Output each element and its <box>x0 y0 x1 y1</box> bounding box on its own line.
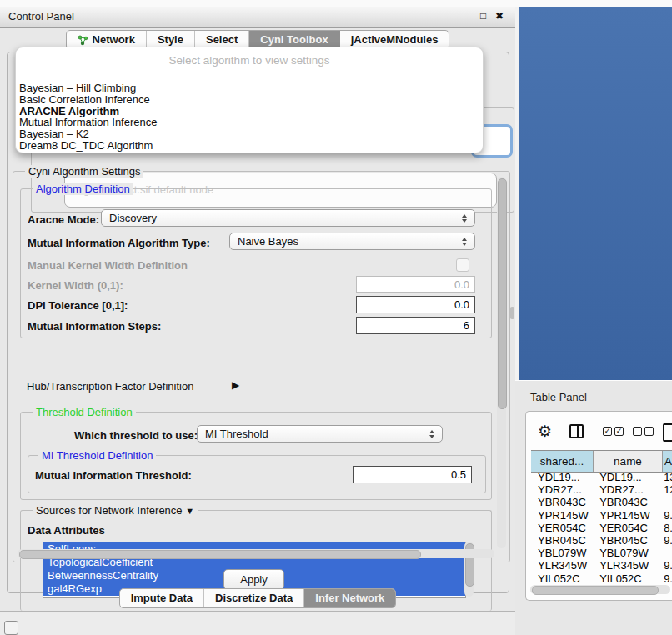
table-row[interactable]: YDR27...YDR27...12 <box>531 483 672 496</box>
cyni-algorithm-settings-group: Cyni Algorithm Settings Algorithm Defini… <box>13 171 510 562</box>
table-cell[interactable]: 12 <box>661 483 672 496</box>
column-header-name[interactable]: name <box>594 451 663 472</box>
tab-discretize-data[interactable]: Discretize Data <box>204 589 304 608</box>
kernel-width-field[interactable]: 0.0 <box>356 276 475 292</box>
table-header: shared... name A <box>531 450 672 472</box>
mi-threshold-title: MI Threshold Definition <box>38 449 156 462</box>
table-cell[interactable] <box>661 547 672 559</box>
table-cell[interactable]: 9. <box>661 509 672 522</box>
settings-horizontal-thumb[interactable] <box>19 550 421 559</box>
which-threshold-combo[interactable]: MI Threshold <box>197 425 443 442</box>
apply-button-label: Apply <box>240 573 268 586</box>
threshold-definition-title: Threshold Definition <box>33 406 136 418</box>
table-cell[interactable]: YER054C <box>531 522 593 534</box>
mi-threshold-field[interactable]: 0.5 <box>353 466 472 483</box>
desktop-top-strip <box>0 0 672 7</box>
table-cell[interactable]: YDR27... <box>593 483 661 496</box>
table-row[interactable]: YBR045CYBR045C9. <box>531 534 672 547</box>
spinner-icon <box>462 238 467 246</box>
tab-infer-network-label: Infer Network <box>315 589 384 608</box>
table-cell[interactable]: YBL079W <box>593 547 661 559</box>
aracne-mode-value: Discovery <box>109 212 157 224</box>
algorithm-option[interactable]: Dream8 DC_TDC Algorithm <box>19 140 479 152</box>
algorithm-option[interactable]: Basic Correlation Inference <box>19 94 479 106</box>
algorithm-option[interactable]: Bayesian – K2 <box>19 128 479 140</box>
select-all-icon[interactable]: ✓✓ <box>603 427 624 436</box>
table-row[interactable]: YER054CYER054C8. <box>531 522 672 534</box>
table-rows: YDL19...YDL19...13YDR27...YDR27...12YBR0… <box>531 471 672 582</box>
table-cell[interactable] <box>661 496 672 508</box>
table-cell[interactable]: 13 <box>661 471 672 483</box>
mi-algorithm-type-combo[interactable]: Naive Bayes <box>229 232 475 250</box>
tab-infer-network[interactable]: Infer Network <box>304 589 395 608</box>
deselect-all-icon[interactable] <box>633 427 654 436</box>
table-row[interactable]: YDL19...YDL19...13 <box>531 471 672 483</box>
table-horizontal-scrollbar[interactable] <box>530 585 670 594</box>
settings-horizontal-scrollbar[interactable] <box>18 549 494 558</box>
table-cell[interactable]: 9. <box>661 572 672 582</box>
table-cell[interactable]: YDL19... <box>531 471 593 483</box>
table-cell[interactable]: YBR045C <box>593 534 661 547</box>
table-cell[interactable]: 8. <box>661 522 672 534</box>
algorithm-definition-group: Algorithm Definition Aracne Mode: Discov… <box>20 188 492 338</box>
mi-steps-value: 6 <box>464 319 469 332</box>
expand-right-icon[interactable]: ▶ <box>232 379 239 391</box>
table-cell[interactable]: YDL19... <box>593 471 661 483</box>
dpi-tolerance-field[interactable]: 0.0 <box>356 296 475 313</box>
close-window-icon[interactable]: ✖ <box>495 10 504 22</box>
mi-threshold-group: MI Threshold Definition Mutual Informati… <box>28 455 486 493</box>
table-cell[interactable]: YER054C <box>593 522 661 534</box>
algorithm-option[interactable]: Bayesian – Hill Climbing <box>19 82 479 94</box>
table-cell[interactable]: 9. <box>661 559 672 572</box>
table-window: ⚙ ✓✓ shared... name A YDL19...YDL19...13… <box>525 411 672 601</box>
apply-button[interactable]: Apply <box>223 569 284 590</box>
settings-vertical-thumb[interactable] <box>498 178 507 409</box>
algorithm-options-list: Bayesian – Hill ClimbingBasic Correlatio… <box>19 82 479 152</box>
hub-definition-label[interactable]: Hub/Transcription Factor Definition <box>27 380 193 392</box>
aracne-mode-label: Aracne Mode: <box>28 213 99 226</box>
tab-impute-data[interactable]: Impute Data <box>120 589 204 608</box>
bottom-tabbar: Impute Data Discretize Data Infer Networ… <box>0 588 515 608</box>
table-cell[interactable]: YBR043C <box>531 496 593 508</box>
dock-icon[interactable] <box>4 621 18 635</box>
table-cell[interactable]: YLR345W <box>593 559 661 572</box>
manual-kernel-width-checkbox[interactable] <box>456 258 469 272</box>
mi-threshold-value: 0.5 <box>451 468 466 481</box>
table-row[interactable]: YIL052CYIL052C9. <box>531 572 672 582</box>
table-cell[interactable]: YBL079W <box>531 547 593 559</box>
aracne-mode-combo[interactable]: Discovery <box>101 209 475 227</box>
mi-steps-field[interactable]: 6 <box>356 317 475 334</box>
table-horizontal-thumb[interactable] <box>532 586 659 595</box>
dpi-tolerance-label: DPI Tolerance [0,1]: <box>28 299 128 312</box>
algorithm-option[interactable]: Mutual Information Inference <box>19 117 479 128</box>
panel-divider-handle[interactable] <box>510 307 514 319</box>
table-row[interactable]: YLR345WYLR345W9. <box>531 559 672 572</box>
collapse-down-icon[interactable]: ▼ <box>185 506 194 516</box>
table-cell[interactable]: 9. <box>661 534 672 547</box>
settings-gear-icon[interactable]: ⚙ <box>538 423 552 439</box>
settings-vertical-scrollbar[interactable] <box>497 177 506 548</box>
table-cell[interactable]: YLR345W <box>531 559 593 572</box>
table-row[interactable]: YBR043CYBR043C <box>531 496 672 508</box>
table-cell[interactable]: YBR045C <box>531 534 593 547</box>
mi-threshold-label: Mutual Information Threshold: <box>35 469 192 482</box>
mi-steps-label: Mutual Information Steps: <box>28 320 161 332</box>
control-panel-titlebar[interactable]: Control Panel □ ✖ <box>0 7 515 28</box>
float-window-icon[interactable]: □ <box>480 10 486 22</box>
table-cell[interactable]: YPR145W <box>593 509 661 522</box>
algorithm-definition-title: Algorithm Definition <box>33 182 133 195</box>
table-row[interactable]: YBL079WYBL079W <box>531 547 672 559</box>
table-cell[interactable]: YIL052C <box>593 572 661 582</box>
table-row[interactable]: YPR145WYPR145W9. <box>531 509 672 522</box>
table-cell[interactable]: YIL052C <box>531 572 593 582</box>
column-header-partial[interactable]: A <box>663 451 672 472</box>
algorithm-option[interactable]: ARACNE Algorithm <box>19 106 479 118</box>
table-cell[interactable]: YDR27... <box>531 483 593 496</box>
table-cell[interactable]: YBR043C <box>593 496 661 508</box>
mi-algorithm-type-value: Naive Bayes <box>238 235 298 248</box>
column-header-shared-name[interactable]: shared... <box>531 451 594 472</box>
function-builder-icon[interactable] <box>663 423 672 442</box>
table-cell[interactable]: YPR145W <box>531 509 593 522</box>
split-columns-icon[interactable] <box>569 424 584 438</box>
spinner-icon <box>462 214 467 222</box>
